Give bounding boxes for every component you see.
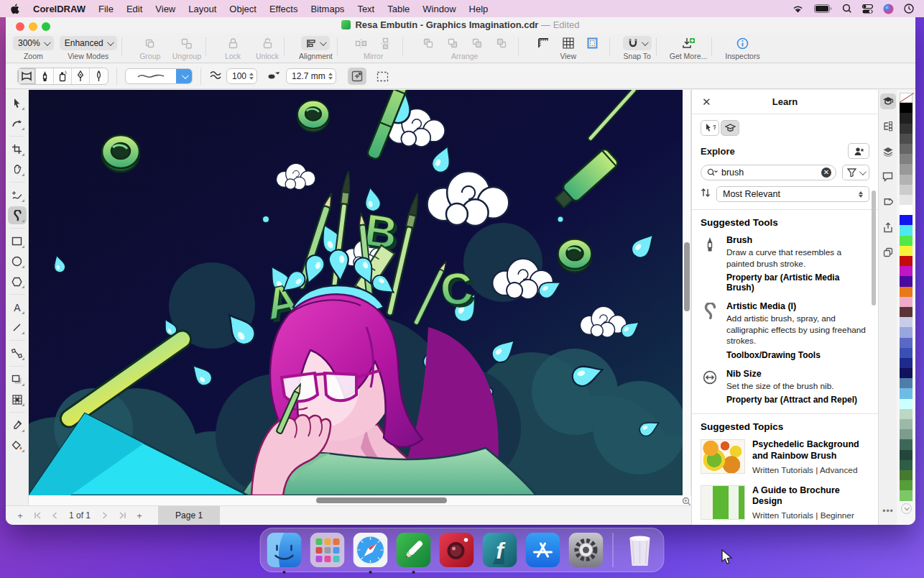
color-swatch[interactable] [900, 195, 913, 205]
filter-button[interactable] [842, 165, 869, 180]
color-swatch[interactable] [900, 287, 913, 297]
menu-item[interactable]: Text [351, 4, 381, 14]
tab-properties[interactable] [880, 194, 896, 210]
color-swatch[interactable] [900, 429, 913, 439]
color-swatch[interactable] [900, 450, 913, 460]
sort-select[interactable]: Most Relevant [716, 186, 869, 202]
color-swatch[interactable] [900, 225, 913, 235]
palette-scroll-button[interactable] [901, 503, 912, 514]
calligraphic-mode-button[interactable] [72, 68, 90, 84]
drawing-canvas[interactable]: A A B B C C [29, 90, 683, 495]
dock-launchpad-icon[interactable] [310, 532, 346, 568]
brush-mode-button[interactable] [36, 68, 54, 84]
horizontal-scrollbar-thumb[interactable] [316, 497, 447, 503]
color-swatch[interactable] [900, 338, 913, 348]
color-swatch[interactable] [900, 399, 913, 409]
tool-fill[interactable] [8, 436, 27, 454]
mirror-horizontal-button[interactable] [349, 36, 374, 50]
profile-button[interactable] [848, 143, 869, 159]
nib-size-input[interactable]: 12.7 mm [286, 68, 336, 84]
page-tab[interactable]: Page 1 [158, 506, 220, 526]
to-front-button[interactable] [416, 36, 440, 50]
battery-icon[interactable] [814, 4, 832, 13]
bounding-box-toggle[interactable] [374, 68, 392, 85]
learn-panel-scrollbar[interactable] [872, 191, 876, 306]
tool-rectangle[interactable] [8, 232, 27, 250]
color-swatch[interactable] [900, 358, 913, 368]
tab-comments[interactable] [880, 169, 896, 185]
explore-mode-button[interactable] [721, 120, 739, 136]
dock-safari-icon[interactable] [353, 532, 389, 568]
tool-mesh-fill[interactable] [8, 390, 27, 408]
menu-item[interactable]: Effects [263, 4, 305, 14]
dock-font-app-icon[interactable]: f [482, 532, 518, 568]
tool-pan[interactable] [8, 160, 27, 178]
tab-learn[interactable] [880, 93, 896, 109]
dock-settings-icon[interactable] [568, 532, 604, 568]
color-swatch[interactable] [900, 134, 913, 144]
menu-item[interactable]: Edit [120, 4, 149, 14]
stroke-preset-dropdown[interactable] [125, 68, 193, 84]
color-swatch[interactable] [900, 103, 913, 113]
color-swatch[interactable] [900, 164, 913, 174]
color-swatch[interactable] [900, 276, 913, 286]
color-swatch[interactable] [900, 215, 913, 225]
tool-ellipse[interactable] [8, 252, 27, 270]
vertical-scrollbar-thumb[interactable] [684, 242, 690, 311]
next-page-button[interactable] [96, 510, 114, 521]
snap-to-dropdown[interactable] [623, 36, 652, 50]
tool-crop[interactable] [8, 140, 27, 158]
title-bar[interactable]: Resa Embutin - Graphics Imagination.cdr … [6, 17, 915, 33]
ungroup-button[interactable] [175, 36, 199, 50]
smoothing-input[interactable]: 100 [226, 68, 257, 84]
to-back-button[interactable] [440, 36, 465, 50]
inspectors-button[interactable] [730, 36, 754, 50]
first-page-button[interactable] [29, 510, 46, 521]
color-swatch[interactable] [900, 439, 913, 449]
dock-app-store-icon[interactable] [525, 532, 561, 568]
tab-clone[interactable] [880, 244, 896, 260]
zoom-corner-icon[interactable] [682, 496, 691, 505]
color-swatch[interactable] [900, 307, 913, 317]
hints-mode-button[interactable]: ? [701, 120, 719, 136]
control-center-icon[interactable] [862, 4, 873, 14]
dock-camera-icon[interactable] [439, 532, 475, 568]
lock-button[interactable] [221, 36, 245, 50]
color-swatch[interactable] [900, 185, 913, 195]
tool-pick[interactable] [8, 94, 27, 112]
add-page-before-button[interactable]: + [11, 510, 29, 521]
color-swatch[interactable] [900, 348, 913, 358]
color-swatch[interactable] [900, 327, 913, 337]
tab-objects[interactable] [880, 119, 896, 134]
color-swatch[interactable] [900, 490, 913, 500]
suggested-tool-nib-size[interactable]: Nib Size Set the size of the brush nib. … [701, 369, 869, 405]
back-one-button[interactable] [489, 36, 514, 50]
page-border-button[interactable] [581, 36, 605, 50]
unlock-button[interactable] [255, 36, 279, 50]
menu-item[interactable]: File [92, 4, 120, 14]
more-options-icon[interactable]: ••• [879, 506, 897, 516]
tool-connector[interactable] [8, 344, 27, 362]
suggested-tool-artistic-media[interactable]: Artistic Media (I) Add artistic brush, s… [701, 301, 869, 360]
wifi-icon[interactable] [792, 4, 804, 14]
tool-drop-shadow[interactable] [8, 370, 27, 388]
clock-icon[interactable] [904, 4, 914, 14]
mirror-vertical-button[interactable] [374, 36, 398, 50]
menu-app-name[interactable]: CorelDRAW [27, 4, 92, 14]
topic-brochure[interactable]: A Guide to Brochure Design Written Tutor… [701, 485, 869, 520]
view-modes-dropdown[interactable]: Enhanced [60, 36, 117, 50]
color-swatch[interactable] [900, 460, 913, 470]
color-swatch[interactable] [900, 205, 913, 215]
apple-menu-icon[interactable] [10, 4, 19, 14]
tool-artistic-media[interactable] [8, 206, 27, 224]
tool-text[interactable]: A [8, 298, 27, 316]
menu-item[interactable]: Object [223, 4, 263, 14]
add-page-after-button[interactable]: + [131, 510, 148, 521]
color-swatch[interactable] [900, 378, 913, 388]
previous-page-button[interactable] [46, 510, 63, 521]
group-button[interactable] [138, 36, 162, 50]
rulers-button[interactable] [532, 36, 556, 50]
color-swatch[interactable] [900, 175, 913, 185]
menu-item[interactable]: View [149, 4, 182, 14]
color-swatch[interactable] [900, 480, 913, 490]
